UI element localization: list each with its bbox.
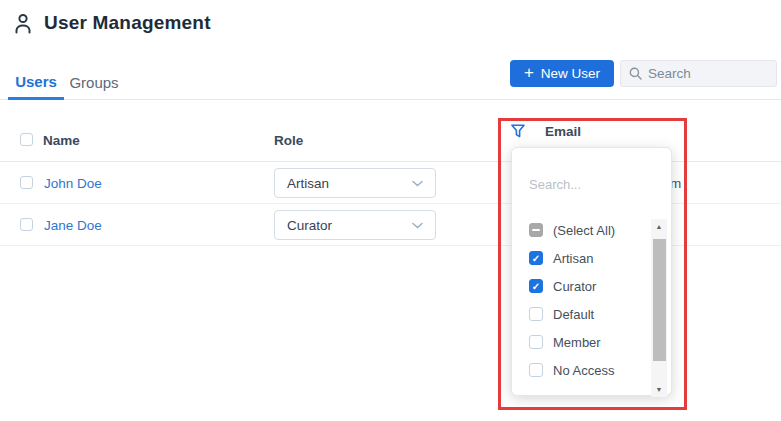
plus-icon: + [524,64,534,81]
column-header-email[interactable]: Email [545,124,581,139]
filter-option-select-all[interactable]: (Select All) [512,216,651,244]
user-name-link[interactable]: John Doe [44,162,102,204]
curator-checkbox[interactable] [529,279,543,293]
role-select-value: Artisan [287,176,329,191]
filter-option-label: (Select All) [553,223,615,238]
column-header-role[interactable]: Role [274,118,303,162]
email-column-header: Email [511,124,581,139]
search-icon [629,67,642,80]
chevron-down-icon [412,222,423,229]
default-checkbox[interactable] [529,307,543,321]
select-all-checkbox[interactable] [529,223,543,237]
user-management-page: User Management Users Groups + New User … [0,0,781,421]
filter-option-member[interactable]: Member [512,328,651,356]
select-all-rows-checkbox[interactable] [20,133,33,146]
row-checkbox[interactable] [20,218,33,231]
tab-groups[interactable]: Groups [68,65,120,100]
scroll-down-arrow-icon[interactable]: ▼ [651,382,667,397]
filter-option-label: Default [553,307,594,322]
tab-users[interactable]: Users [8,65,64,100]
filter-option-label: Curator [553,279,596,294]
page-header: User Management [12,12,211,34]
filter-option-default[interactable]: Default [512,300,651,328]
filter-search-input[interactable] [529,172,649,196]
no-access-checkbox[interactable] [529,363,543,377]
user-name-link[interactable]: Jane Doe [44,204,102,246]
row-checkbox[interactable] [20,176,33,189]
new-user-button-label: New User [541,66,600,81]
filter-option-no-access[interactable]: No Access [512,356,651,384]
artisan-checkbox[interactable] [529,251,543,265]
search-box[interactable] [620,60,777,87]
chevron-down-icon [412,180,423,187]
search-input[interactable] [648,66,768,81]
page-title: User Management [44,12,211,34]
new-user-button[interactable]: + New User [510,60,614,87]
member-checkbox[interactable] [529,335,543,349]
role-select[interactable]: Curator [274,210,436,240]
person-icon [12,12,34,34]
role-select-value: Curator [287,218,332,233]
role-select[interactable]: Artisan [274,168,436,198]
filter-option-label: Member [553,335,601,350]
email-filter-popup: (Select All) Artisan Curator Default Mem… [511,147,672,396]
filter-option-curator[interactable]: Curator [512,272,651,300]
scrollbar-thumb[interactable] [653,239,666,361]
filter-option-label: No Access [553,363,614,378]
scrollbar[interactable]: ▲ ▼ [651,219,667,397]
filter-option-label: Artisan [553,251,593,266]
filter-funnel-icon[interactable] [511,124,525,139]
scroll-up-arrow-icon[interactable]: ▲ [651,219,667,234]
filter-option-artisan[interactable]: Artisan [512,244,651,272]
filter-options-list: (Select All) Artisan Curator Default Mem… [512,216,651,384]
column-header-name[interactable]: Name [43,118,80,162]
